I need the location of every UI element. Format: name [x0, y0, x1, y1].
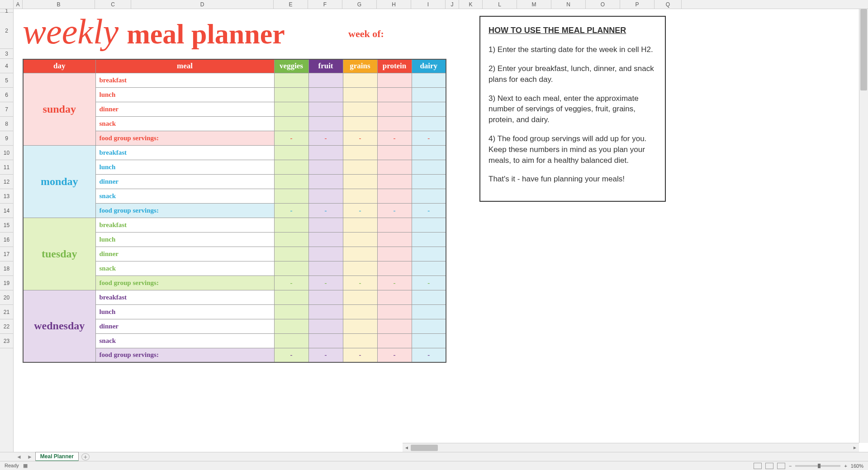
- serving-cell[interactable]: [274, 261, 308, 275]
- row-header-22[interactable]: 22: [0, 319, 13, 334]
- serving-cell[interactable]: [377, 116, 412, 131]
- serving-cell[interactable]: [308, 232, 343, 247]
- column-header-P[interactable]: P: [620, 0, 655, 9]
- row-header-16[interactable]: 16: [0, 233, 13, 247]
- serving-cell[interactable]: [377, 73, 412, 87]
- view-page-break-button[interactable]: [777, 463, 785, 469]
- row-header-5[interactable]: 5: [0, 73, 13, 88]
- serving-cell[interactable]: [274, 87, 308, 102]
- serving-cell[interactable]: [343, 73, 377, 87]
- serving-cell[interactable]: [377, 145, 412, 160]
- serving-cell[interactable]: [274, 304, 308, 319]
- row-header-11[interactable]: 11: [0, 160, 13, 175]
- serving-cell[interactable]: [377, 102, 412, 116]
- row-header-23[interactable]: 23: [0, 334, 13, 348]
- row-header-18[interactable]: 18: [0, 261, 13, 276]
- serving-cell[interactable]: [412, 145, 446, 160]
- serving-cell[interactable]: [343, 319, 377, 333]
- serving-cell[interactable]: [377, 290, 412, 304]
- vertical-scrollbar[interactable]: [859, 9, 868, 443]
- horizontal-scrollbar[interactable]: ◄ ►: [403, 443, 859, 452]
- serving-cell[interactable]: [308, 174, 343, 189]
- serving-cell[interactable]: [377, 319, 412, 333]
- serving-cell[interactable]: [412, 261, 446, 275]
- serving-cell[interactable]: [377, 87, 412, 102]
- vertical-scrollbar-thumb[interactable]: [860, 9, 867, 90]
- scroll-left-icon[interactable]: ◄: [403, 445, 411, 450]
- serving-cell[interactable]: [308, 102, 343, 116]
- view-page-layout-button[interactable]: [765, 463, 773, 469]
- row-header-13[interactable]: 13: [0, 189, 13, 204]
- meal-label-lunch[interactable]: lunch: [95, 160, 274, 174]
- serving-cell[interactable]: [274, 232, 308, 247]
- serving-cell[interactable]: [377, 247, 412, 261]
- serving-cell[interactable]: [274, 145, 308, 160]
- row-header-6[interactable]: 6: [0, 88, 13, 102]
- row-header-1[interactable]: 1: [0, 9, 13, 13]
- row-header-4[interactable]: 4: [0, 59, 13, 73]
- meal-label-lunch[interactable]: lunch: [95, 232, 274, 247]
- macro-record-icon[interactable]: ▦: [23, 463, 28, 468]
- column-header-B[interactable]: B: [23, 0, 95, 9]
- meal-label-dinner[interactable]: dinner: [95, 247, 274, 261]
- row-header-9[interactable]: 9: [0, 131, 13, 146]
- row-header-20[interactable]: 20: [0, 290, 13, 305]
- serving-cell[interactable]: [274, 73, 308, 87]
- serving-cell[interactable]: [274, 174, 308, 189]
- serving-cell[interactable]: [412, 290, 446, 304]
- horizontal-scrollbar-thumb[interactable]: [411, 445, 438, 451]
- serving-cell[interactable]: [274, 189, 308, 203]
- serving-cell[interactable]: [343, 333, 377, 348]
- serving-cell[interactable]: [343, 218, 377, 232]
- column-header-M[interactable]: M: [517, 0, 551, 9]
- sheet-tab-active[interactable]: Meal Planner: [35, 452, 79, 461]
- zoom-out-button[interactable]: −: [789, 463, 792, 469]
- serving-cell[interactable]: [343, 87, 377, 102]
- serving-cell[interactable]: [308, 290, 343, 304]
- serving-cell[interactable]: [412, 174, 446, 189]
- zoom-slider-thumb[interactable]: [818, 464, 821, 468]
- column-header-N[interactable]: N: [551, 0, 586, 9]
- row-header-21[interactable]: 21: [0, 305, 13, 319]
- column-header-J[interactable]: J: [446, 0, 459, 9]
- row-header-10[interactable]: 10: [0, 146, 13, 160]
- serving-cell[interactable]: [308, 87, 343, 102]
- serving-cell[interactable]: [274, 218, 308, 232]
- row-header-7[interactable]: 7: [0, 102, 13, 117]
- meal-label-lunch[interactable]: lunch: [95, 304, 274, 319]
- serving-cell[interactable]: [274, 333, 308, 348]
- serving-cell[interactable]: [377, 232, 412, 247]
- serving-cell[interactable]: [308, 247, 343, 261]
- serving-cell[interactable]: [274, 102, 308, 116]
- column-header-D[interactable]: D: [131, 0, 274, 9]
- column-header-K[interactable]: K: [459, 0, 483, 9]
- serving-cell[interactable]: [343, 174, 377, 189]
- meal-label-breakfast[interactable]: breakfast: [95, 290, 274, 304]
- serving-cell[interactable]: [412, 73, 446, 87]
- serving-cell[interactable]: [308, 116, 343, 131]
- serving-cell[interactable]: [412, 116, 446, 131]
- serving-cell[interactable]: [343, 247, 377, 261]
- tab-prev-icon[interactable]: ◄: [14, 454, 24, 460]
- row-header-12[interactable]: 12: [0, 175, 13, 189]
- meal-label-dinner[interactable]: dinner: [95, 174, 274, 189]
- scroll-right-icon[interactable]: ►: [851, 445, 859, 450]
- sheet-content[interactable]: weekly meal planner week of: day meal ve…: [14, 9, 859, 470]
- meal-label-snack[interactable]: snack: [95, 333, 274, 348]
- serving-cell[interactable]: [343, 102, 377, 116]
- serving-cell[interactable]: [308, 304, 343, 319]
- row-header-8[interactable]: 8: [0, 117, 13, 131]
- serving-cell[interactable]: [412, 232, 446, 247]
- serving-cell[interactable]: [343, 189, 377, 203]
- serving-cell[interactable]: [274, 319, 308, 333]
- column-header-O[interactable]: O: [586, 0, 620, 9]
- row-header-17[interactable]: 17: [0, 247, 13, 261]
- serving-cell[interactable]: [308, 73, 343, 87]
- serving-cell[interactable]: [343, 145, 377, 160]
- serving-cell[interactable]: [377, 189, 412, 203]
- column-header-E[interactable]: E: [274, 0, 308, 9]
- serving-cell[interactable]: [412, 160, 446, 174]
- column-header-I[interactable]: I: [411, 0, 446, 9]
- tab-next-icon[interactable]: ►: [24, 454, 35, 460]
- serving-cell[interactable]: [308, 218, 343, 232]
